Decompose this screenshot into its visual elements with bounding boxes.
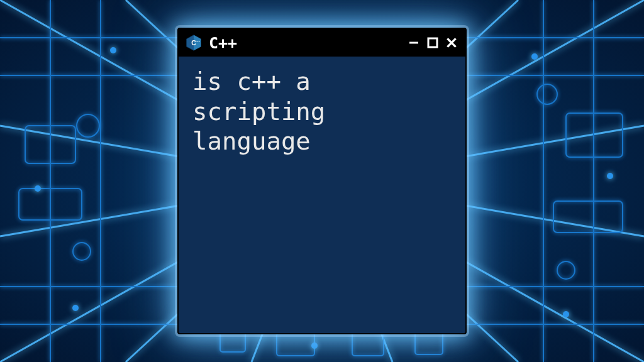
svg-point-3: [73, 243, 91, 260]
window-glow-wrapper: C + + C++ is c++ a scripting language: [177, 28, 467, 334]
svg-point-12: [110, 47, 116, 53]
svg-rect-25: [428, 38, 437, 47]
svg-point-2: [77, 114, 99, 137]
svg-point-13: [531, 53, 538, 60]
svg-rect-5: [553, 201, 623, 233]
svg-text:+: +: [196, 40, 198, 43]
svg-point-7: [557, 261, 575, 279]
titlebar[interactable]: C + + C++: [179, 29, 465, 57]
svg-rect-10: [352, 331, 384, 356]
window-title: C++: [209, 34, 400, 52]
svg-point-14: [72, 305, 79, 311]
svg-point-15: [563, 311, 569, 317]
svg-text:+: +: [198, 40, 200, 43]
window-controls: [406, 35, 459, 50]
cpp-icon: C + +: [185, 34, 203, 52]
terminal-content: is c++ a scripting language: [179, 57, 465, 333]
svg-rect-9: [277, 333, 314, 356]
svg-point-6: [537, 84, 557, 104]
close-button[interactable]: [444, 35, 459, 50]
svg-point-18: [607, 173, 613, 179]
terminal-window: C + + C++ is c++ a scripting language: [177, 28, 467, 334]
maximize-button[interactable]: [425, 35, 440, 50]
svg-point-16: [311, 343, 318, 349]
minimize-button[interactable]: [406, 35, 421, 50]
svg-text:C: C: [191, 39, 196, 47]
svg-point-17: [35, 185, 41, 192]
